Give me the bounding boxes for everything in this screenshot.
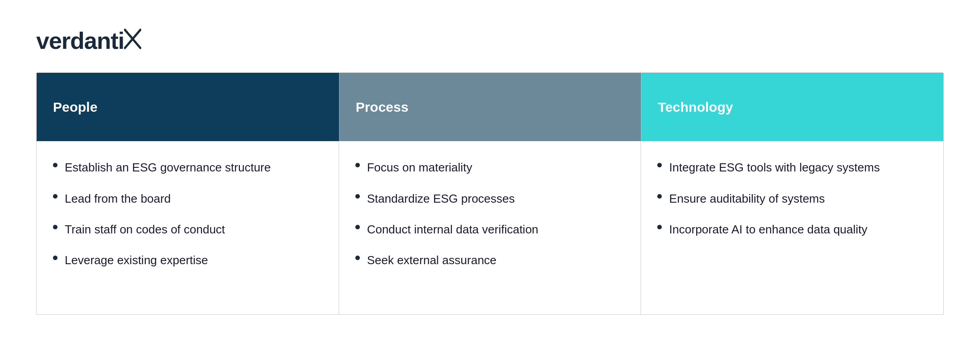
list-item: Train staff on codes of conduct [53,221,322,238]
technology-item-3: Incorporate AI to enhance data quality [669,221,867,238]
main-table: People Process Technology Establish an E… [36,72,944,315]
list-item: Establish an ESG governance structure [53,159,322,176]
technology-item-2: Ensure auditability of systems [669,190,825,207]
bullet-icon [355,225,360,229]
bullet-icon [53,256,57,260]
list-item: Integrate ESG tools with legacy systems [657,159,927,176]
technology-header-label: Technology [658,100,733,115]
col-header-people: People [37,73,339,141]
col-body-technology: Integrate ESG tools with legacy systems … [641,141,943,314]
bullet-icon [53,163,57,167]
bullet-icon [657,225,662,229]
technology-item-1: Integrate ESG tools with legacy systems [669,159,880,176]
logo: verdanti [36,27,137,54]
bullet-icon [657,163,662,167]
bullet-icon [53,194,57,199]
page-container: verdanti People Process [0,0,980,342]
bullet-icon [657,194,662,199]
bullet-icon [355,256,360,260]
list-item: Ensure auditability of systems [657,190,927,207]
people-header-label: People [53,100,97,115]
list-item: Conduct internal data verification [355,221,625,238]
process-header-label: Process [356,100,409,115]
col-header-technology: Technology [641,73,943,141]
process-item-1: Focus on materiality [367,159,473,176]
people-list: Establish an ESG governance structure Le… [53,159,322,269]
people-item-3: Train staff on codes of conduct [65,221,225,238]
col-body-people: Establish an ESG governance structure Le… [37,141,339,314]
list-item: Standardize ESG processes [355,190,625,207]
col-body-process: Focus on materiality Standardize ESG pro… [339,141,641,314]
bullet-icon [355,194,360,199]
col-header-process: Process [339,73,641,141]
list-item: Leverage existing expertise [53,252,322,268]
list-item: Seek external assurance [355,252,625,268]
process-item-4: Seek external assurance [367,252,497,268]
list-item: Focus on materiality [355,159,625,176]
process-list: Focus on materiality Standardize ESG pro… [355,159,625,269]
people-item-4: Leverage existing expertise [65,252,208,268]
process-item-3: Conduct internal data verification [367,221,539,238]
table-grid: People Process Technology Establish an E… [37,73,943,314]
process-item-2: Standardize ESG processes [367,190,515,207]
logo-area: verdanti [36,27,944,54]
people-item-2: Lead from the board [65,190,171,207]
people-item-1: Establish an ESG governance structure [65,159,271,176]
list-item: Incorporate AI to enhance data quality [657,221,927,238]
bullet-icon [53,225,57,229]
list-item: Lead from the board [53,190,322,207]
technology-list: Integrate ESG tools with legacy systems … [657,159,927,238]
bullet-icon [355,163,360,167]
